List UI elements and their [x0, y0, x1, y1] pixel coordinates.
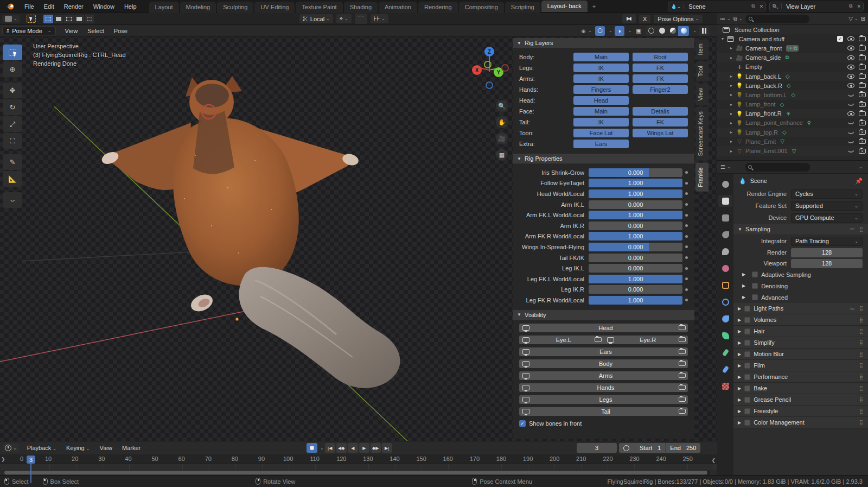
camera-render-icon[interactable]: [859, 46, 866, 50]
checkbox-empty-icon[interactable]: [744, 317, 750, 323]
eye-icon[interactable]: [847, 46, 854, 50]
viewport-menu-select[interactable]: Select: [82, 25, 109, 37]
eye-icon[interactable]: [847, 83, 854, 88]
animate-dot[interactable]: [685, 235, 688, 238]
animate-dot[interactable]: [685, 299, 688, 301]
shading-rendered[interactable]: [678, 26, 689, 36]
shading-solid[interactable]: [656, 26, 667, 36]
tool-breakdowner[interactable]: ⌣: [3, 192, 22, 208]
outliner-display-mode-dropdown[interactable]: ≔⌄: [720, 16, 731, 22]
camera-toggle-icon[interactable]: [595, 337, 602, 342]
outliner-object-row[interactable]: ▸ 💡 Lamp_top.R ◇ ✕: [717, 128, 868, 137]
menu-edit[interactable]: Edit: [39, 0, 59, 13]
outliner-scene-collection[interactable]: Scene Collection: [717, 25, 868, 34]
outliner-object-row[interactable]: ▸ ▽ Plane_Emit.001 ▽ ✕: [717, 146, 868, 155]
visibility-row[interactable]: Ears: [519, 347, 688, 356]
animate-dot[interactable]: [685, 224, 688, 227]
animate-dot[interactable]: [685, 182, 688, 185]
next-keyframe-button[interactable]: ◆▶: [371, 443, 381, 453]
outliner-object-row[interactable]: ▸ 💡 Lamp_back.L ◇: [717, 72, 868, 81]
checkbox-empty-icon[interactable]: [744, 374, 750, 380]
editor-type-button[interactable]: ⌄: [2, 15, 20, 23]
visibility-row-head[interactable]: Head: [519, 324, 688, 332]
timeline-scrollbar[interactable]: [4, 471, 710, 475]
drag-handle-icon[interactable]: ⣿: [859, 328, 864, 334]
integrator-dropdown[interactable]: Path Tracing⌄: [791, 237, 863, 246]
camera-render-icon[interactable]: ✕: [859, 102, 866, 107]
render-pass-button[interactable]: ▣: [634, 26, 643, 36]
prev-keyframe-button[interactable]: ◀◆: [336, 443, 347, 453]
rig-property-slider[interactable]: 0.000: [589, 254, 682, 262]
ortho-grid-icon[interactable]: ▦: [496, 149, 508, 161]
animate-dot[interactable]: [685, 277, 688, 280]
scene-unlink-icon[interactable]: ✕: [757, 4, 766, 9]
monitor-icon[interactable]: [607, 337, 614, 343]
pin-icon[interactable]: 📌: [855, 178, 863, 185]
view-layer-selector[interactable]: ⧉⌄ View Layer ⧉ ✕: [769, 2, 864, 11]
viewport-samples-field[interactable]: 128: [791, 259, 863, 268]
checkbox-empty-icon[interactable]: [744, 385, 750, 391]
pose-mirror-x-toggle[interactable]: ⧓: [622, 14, 636, 23]
workspace-tab[interactable]: Modeling: [180, 2, 217, 13]
outliner-object-row[interactable]: ▸ 🎥 Camera_side ⧉: [717, 53, 868, 62]
checkbox-empty-icon[interactable]: [744, 397, 750, 403]
visibility-row[interactable]: Arms: [519, 371, 688, 380]
drag-handle-icon[interactable]: ⣿: [859, 226, 864, 232]
animate-dot[interactable]: [685, 171, 688, 174]
camera-render-icon[interactable]: ✕: [859, 139, 866, 144]
camera-render-icon[interactable]: ✕: [859, 149, 866, 154]
tool-rotate[interactable]: ↻: [3, 99, 22, 115]
sidebar-tab[interactable]: Tool: [695, 61, 709, 81]
drag-handle-icon[interactable]: ⣿: [859, 385, 864, 391]
rig-layer-button[interactable]: IK: [573, 64, 629, 72]
rig-property-slider[interactable]: 0.000: [589, 285, 682, 294]
monitor-icon[interactable]: [522, 409, 529, 414]
expand-arrow[interactable]: ▸: [730, 149, 736, 154]
show-gizmo-dropdown[interactable]: 🜨⌄: [579, 26, 593, 36]
camera-toggle-icon[interactable]: [679, 337, 686, 342]
expand-arrow[interactable]: ▸: [730, 74, 736, 79]
xray-toggle[interactable]: ◑: [615, 26, 624, 36]
outliner-object-row[interactable]: ▸ 💡 Lamp_bottom.L ◇ ✕: [717, 90, 868, 99]
rig-layer-button[interactable]: Head: [573, 96, 629, 105]
auto-keying-toggle[interactable]: [307, 443, 317, 453]
camera-render-icon[interactable]: [859, 74, 866, 79]
device-dropdown[interactable]: GPU Compute⌄: [791, 213, 863, 223]
viewport-menu-view[interactable]: View: [60, 25, 83, 37]
rig-layer-button[interactable]: FK: [633, 74, 688, 83]
checkbox-empty-icon[interactable]: [744, 340, 750, 346]
jump-to-end-button[interactable]: ▶|: [382, 443, 392, 453]
outliner-object-row[interactable]: ▸ 💡 Lamp_front.R ☀: [717, 109, 868, 118]
eye-icon[interactable]: [847, 140, 854, 143]
select-mode-invert[interactable]: [74, 15, 84, 23]
expand-arrow[interactable]: ▸: [730, 121, 736, 125]
collapsed-panel-header[interactable]: ▶Freestyle⣿: [733, 406, 868, 417]
tab-object[interactable]: [718, 279, 732, 291]
timeline-menu-playback[interactable]: Playback⌄: [22, 441, 61, 454]
menu-help[interactable]: Help: [119, 0, 142, 13]
collapsed-panel-header[interactable]: ▶Film⣿: [733, 360, 868, 371]
rig-property-slider[interactable]: 0.000: [589, 168, 682, 177]
camera-render-icon[interactable]: [859, 83, 866, 88]
rig-layer-button[interactable]: Root: [633, 53, 688, 61]
outliner-filter-collection-dropdown[interactable]: ⧉⌄: [733, 16, 743, 22]
shading-material[interactable]: [667, 26, 678, 36]
sub-panel-row[interactable]: ▶Advanced: [733, 292, 868, 303]
camera-toggle-icon[interactable]: [679, 361, 686, 366]
workspace-tab[interactable]: Texture Paint: [296, 2, 343, 13]
workspace-tab[interactable]: Sculpting: [217, 2, 254, 13]
drag-handle-icon[interactable]: ⣿: [859, 317, 864, 322]
outliner-object-row[interactable]: ▸ 💡 Lamp_front ◇ ✕: [717, 100, 868, 109]
tab-view-layer[interactable]: [718, 229, 732, 241]
tab-texture[interactable]: [718, 380, 732, 392]
snap-toggle[interactable]: ⌒: [355, 14, 367, 24]
camera-toggle-icon[interactable]: [679, 349, 686, 354]
monitor-icon[interactable]: [522, 397, 529, 402]
render-engine-dropdown[interactable]: Cycles⌄: [791, 189, 863, 199]
scene-copy-icon[interactable]: ⧉: [749, 3, 757, 9]
show-bones-in-front[interactable]: ✓Show bones in front: [519, 420, 688, 427]
rig-layer-button[interactable]: Ears: [573, 140, 629, 148]
camera-render-icon[interactable]: ✕: [859, 92, 866, 97]
rig-layer-button[interactable]: Finger2: [633, 85, 688, 94]
expand-arrow[interactable]: ▸: [730, 46, 736, 50]
